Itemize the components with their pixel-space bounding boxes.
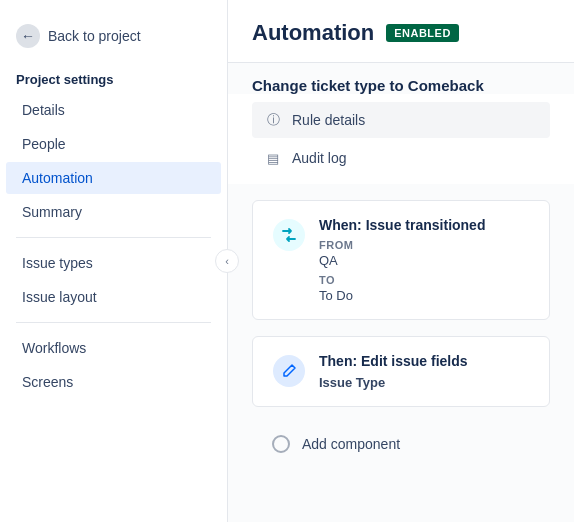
sidebar-item-issue-types[interactable]: Issue types: [6, 247, 221, 279]
main-header: Automation ENABLED: [228, 0, 574, 63]
back-icon: ←: [16, 24, 40, 48]
tabs-container: ⓘ Rule details ▤ Audit log: [228, 94, 574, 184]
add-component-label: Add component: [302, 436, 400, 452]
rule-details-icon: ⓘ: [264, 111, 282, 129]
to-value: To Do: [319, 288, 529, 303]
sidebar-item-issue-layout[interactable]: Issue layout: [6, 281, 221, 313]
divider-2: [16, 322, 211, 323]
transition-icon: [273, 219, 305, 251]
then-title: Then: Edit issue fields: [319, 353, 529, 369]
when-block-content: When: Issue transitioned FROM QA TO To D…: [319, 217, 529, 303]
main-content: Automation ENABLED Change ticket type to…: [228, 0, 574, 522]
add-component-row[interactable]: Add component: [252, 423, 550, 465]
tab-rule-details-label: Rule details: [292, 112, 365, 128]
back-to-project-label: Back to project: [48, 28, 141, 44]
from-value: QA: [319, 253, 529, 268]
then-block-content: Then: Edit issue fields Issue Type: [319, 353, 529, 390]
tab-audit-log-label: Audit log: [292, 150, 346, 166]
audit-log-icon: ▤: [264, 149, 282, 167]
divider-1: [16, 237, 211, 238]
then-block: Then: Edit issue fields Issue Type: [252, 336, 550, 407]
from-label: FROM: [319, 239, 529, 251]
when-block: When: Issue transitioned FROM QA TO To D…: [252, 200, 550, 320]
sidebar-item-workflows[interactable]: Workflows: [6, 332, 221, 364]
when-title: When: Issue transitioned: [319, 217, 529, 233]
tab-rule-details[interactable]: ⓘ Rule details: [252, 102, 550, 138]
edit-icon: [273, 355, 305, 387]
sidebar: ← Back to project Project settings Detai…: [0, 0, 228, 522]
content-area: When: Issue transitioned FROM QA TO To D…: [228, 184, 574, 481]
then-field-label: Issue Type: [319, 375, 529, 390]
tab-audit-log[interactable]: ▤ Audit log: [252, 140, 550, 176]
enabled-badge: ENABLED: [386, 24, 459, 42]
sidebar-collapse-button[interactable]: ‹: [215, 249, 239, 273]
sidebar-item-summary[interactable]: Summary: [6, 196, 221, 228]
to-label: TO: [319, 274, 529, 286]
add-circle-icon: [272, 435, 290, 453]
sidebar-item-people[interactable]: People: [6, 128, 221, 160]
sidebar-item-automation[interactable]: Automation: [6, 162, 221, 194]
section-title: Project settings: [0, 64, 227, 93]
page-title: Automation: [252, 20, 374, 46]
sidebar-item-details[interactable]: Details: [6, 94, 221, 126]
rule-subtitle: Change ticket type to Comeback: [228, 77, 574, 94]
back-to-project-button[interactable]: ← Back to project: [0, 16, 227, 56]
sidebar-item-screens[interactable]: Screens: [6, 366, 221, 398]
